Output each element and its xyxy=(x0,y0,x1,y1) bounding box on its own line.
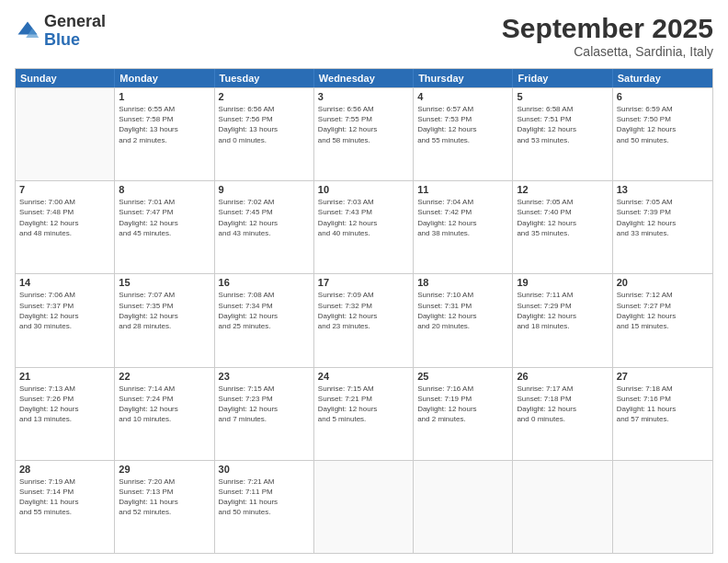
day-info: Sunrise: 6:55 AM Sunset: 7:58 PM Dayligh… xyxy=(119,104,210,145)
calendar-day xyxy=(613,461,712,553)
day-info: Sunrise: 7:04 AM Sunset: 7:42 PM Dayligh… xyxy=(417,197,508,238)
logo-text: General Blue xyxy=(44,13,106,50)
day-number: 11 xyxy=(417,184,508,195)
day-number: 1 xyxy=(119,91,210,102)
calendar-week: 7Sunrise: 7:00 AM Sunset: 7:48 PM Daylig… xyxy=(16,180,712,273)
day-info: Sunrise: 6:56 AM Sunset: 7:55 PM Dayligh… xyxy=(318,104,409,145)
day-info: Sunrise: 7:00 AM Sunset: 7:48 PM Dayligh… xyxy=(19,197,110,238)
day-info: Sunrise: 7:21 AM Sunset: 7:11 PM Dayligh… xyxy=(219,477,310,518)
calendar-week: 21Sunrise: 7:13 AM Sunset: 7:26 PM Dayli… xyxy=(16,367,712,460)
day-number: 2 xyxy=(219,91,310,102)
day-info: Sunrise: 7:08 AM Sunset: 7:34 PM Dayligh… xyxy=(219,290,310,331)
day-number: 10 xyxy=(318,184,409,195)
day-number: 12 xyxy=(517,184,608,195)
calendar-header: SundayMondayTuesdayWednesdayThursdayFrid… xyxy=(16,69,712,87)
day-number: 5 xyxy=(517,91,608,102)
calendar-day: 15Sunrise: 7:07 AM Sunset: 7:35 PM Dayli… xyxy=(115,274,214,366)
day-number: 21 xyxy=(19,371,110,382)
day-number: 4 xyxy=(417,91,508,102)
day-info: Sunrise: 7:20 AM Sunset: 7:13 PM Dayligh… xyxy=(119,477,210,518)
day-info: Sunrise: 7:15 AM Sunset: 7:23 PM Dayligh… xyxy=(219,384,310,425)
calendar-day: 3Sunrise: 6:56 AM Sunset: 7:55 PM Daylig… xyxy=(314,88,414,180)
weekday-header: Tuesday xyxy=(215,69,314,87)
weekday-header: Saturday xyxy=(613,69,712,87)
day-info: Sunrise: 7:14 AM Sunset: 7:24 PM Dayligh… xyxy=(119,384,210,425)
calendar-day: 13Sunrise: 7:05 AM Sunset: 7:39 PM Dayli… xyxy=(613,181,712,273)
day-number: 26 xyxy=(517,371,608,382)
day-number: 9 xyxy=(219,184,310,195)
calendar-day: 25Sunrise: 7:16 AM Sunset: 7:19 PM Dayli… xyxy=(414,368,513,460)
calendar-day xyxy=(513,461,612,553)
day-number: 16 xyxy=(219,277,310,288)
day-info: Sunrise: 7:15 AM Sunset: 7:21 PM Dayligh… xyxy=(318,384,409,425)
day-info: Sunrise: 7:16 AM Sunset: 7:19 PM Dayligh… xyxy=(417,384,508,425)
calendar-day: 23Sunrise: 7:15 AM Sunset: 7:23 PM Dayli… xyxy=(215,368,314,460)
day-info: Sunrise: 7:05 AM Sunset: 7:39 PM Dayligh… xyxy=(617,197,709,238)
day-info: Sunrise: 7:19 AM Sunset: 7:14 PM Dayligh… xyxy=(19,477,110,518)
day-info: Sunrise: 6:58 AM Sunset: 7:51 PM Dayligh… xyxy=(517,104,608,145)
calendar-body: 1Sunrise: 6:55 AM Sunset: 7:58 PM Daylig… xyxy=(16,87,712,553)
logo: General Blue xyxy=(15,13,106,50)
calendar-day: 12Sunrise: 7:05 AM Sunset: 7:40 PM Dayli… xyxy=(513,181,612,273)
day-info: Sunrise: 7:09 AM Sunset: 7:32 PM Dayligh… xyxy=(318,290,409,331)
calendar-day: 4Sunrise: 6:57 AM Sunset: 7:53 PM Daylig… xyxy=(414,88,513,180)
calendar-day: 11Sunrise: 7:04 AM Sunset: 7:42 PM Dayli… xyxy=(414,181,513,273)
calendar-day: 18Sunrise: 7:10 AM Sunset: 7:31 PM Dayli… xyxy=(414,274,513,366)
logo-general: General xyxy=(44,13,106,31)
day-number: 17 xyxy=(318,277,409,288)
day-info: Sunrise: 6:57 AM Sunset: 7:53 PM Dayligh… xyxy=(417,104,508,145)
day-number: 6 xyxy=(617,91,709,102)
day-info: Sunrise: 6:59 AM Sunset: 7:50 PM Dayligh… xyxy=(617,104,709,145)
day-info: Sunrise: 7:05 AM Sunset: 7:40 PM Dayligh… xyxy=(517,197,608,238)
calendar-day: 7Sunrise: 7:00 AM Sunset: 7:48 PM Daylig… xyxy=(16,181,115,273)
logo-blue: Blue xyxy=(44,31,106,50)
day-info: Sunrise: 7:03 AM Sunset: 7:43 PM Dayligh… xyxy=(318,197,409,238)
calendar-day: 8Sunrise: 7:01 AM Sunset: 7:47 PM Daylig… xyxy=(115,181,214,273)
day-number: 14 xyxy=(19,277,110,288)
weekday-header: Thursday xyxy=(414,69,513,87)
calendar-day: 24Sunrise: 7:15 AM Sunset: 7:21 PM Dayli… xyxy=(314,368,414,460)
calendar-day: 10Sunrise: 7:03 AM Sunset: 7:43 PM Dayli… xyxy=(314,181,414,273)
day-number: 19 xyxy=(517,277,608,288)
day-number: 18 xyxy=(417,277,508,288)
calendar-day: 28Sunrise: 7:19 AM Sunset: 7:14 PM Dayli… xyxy=(16,461,115,553)
calendar-week: 1Sunrise: 6:55 AM Sunset: 7:58 PM Daylig… xyxy=(16,87,712,180)
day-number: 30 xyxy=(219,464,310,475)
calendar-day xyxy=(414,461,513,553)
day-info: Sunrise: 7:11 AM Sunset: 7:29 PM Dayligh… xyxy=(517,290,608,331)
day-info: Sunrise: 7:10 AM Sunset: 7:31 PM Dayligh… xyxy=(417,290,508,331)
calendar-day: 9Sunrise: 7:02 AM Sunset: 7:45 PM Daylig… xyxy=(215,181,314,273)
day-info: Sunrise: 7:12 AM Sunset: 7:27 PM Dayligh… xyxy=(617,290,709,331)
day-info: Sunrise: 7:13 AM Sunset: 7:26 PM Dayligh… xyxy=(19,384,110,425)
calendar-week: 28Sunrise: 7:19 AM Sunset: 7:14 PM Dayli… xyxy=(16,460,712,553)
day-number: 7 xyxy=(19,184,110,195)
day-info: Sunrise: 6:56 AM Sunset: 7:56 PM Dayligh… xyxy=(219,104,310,145)
calendar-week: 14Sunrise: 7:06 AM Sunset: 7:37 PM Dayli… xyxy=(16,273,712,366)
day-number: 25 xyxy=(417,371,508,382)
calendar-day: 27Sunrise: 7:18 AM Sunset: 7:16 PM Dayli… xyxy=(613,368,712,460)
calendar-day: 26Sunrise: 7:17 AM Sunset: 7:18 PM Dayli… xyxy=(513,368,612,460)
day-number: 22 xyxy=(119,371,210,382)
day-info: Sunrise: 7:02 AM Sunset: 7:45 PM Dayligh… xyxy=(219,197,310,238)
calendar-day: 1Sunrise: 6:55 AM Sunset: 7:58 PM Daylig… xyxy=(115,88,214,180)
calendar-day: 29Sunrise: 7:20 AM Sunset: 7:13 PM Dayli… xyxy=(115,461,214,553)
weekday-header: Friday xyxy=(513,69,612,87)
calendar-day: 22Sunrise: 7:14 AM Sunset: 7:24 PM Dayli… xyxy=(115,368,214,460)
logo-icon xyxy=(15,18,40,44)
calendar-day: 19Sunrise: 7:11 AM Sunset: 7:29 PM Dayli… xyxy=(513,274,612,366)
calendar-day: 5Sunrise: 6:58 AM Sunset: 7:51 PM Daylig… xyxy=(513,88,612,180)
calendar-day: 14Sunrise: 7:06 AM Sunset: 7:37 PM Dayli… xyxy=(16,274,115,366)
calendar-day: 20Sunrise: 7:12 AM Sunset: 7:27 PM Dayli… xyxy=(613,274,712,366)
day-number: 24 xyxy=(318,371,409,382)
calendar-day: 16Sunrise: 7:08 AM Sunset: 7:34 PM Dayli… xyxy=(215,274,314,366)
page: General Blue September 2025 Calasetta, S… xyxy=(0,0,728,563)
day-number: 8 xyxy=(119,184,210,195)
header: General Blue September 2025 Calasetta, S… xyxy=(15,13,713,59)
day-info: Sunrise: 7:06 AM Sunset: 7:37 PM Dayligh… xyxy=(19,290,110,331)
day-number: 23 xyxy=(219,371,310,382)
day-info: Sunrise: 7:07 AM Sunset: 7:35 PM Dayligh… xyxy=(119,290,210,331)
calendar-day: 2Sunrise: 6:56 AM Sunset: 7:56 PM Daylig… xyxy=(215,88,314,180)
weekday-header: Sunday xyxy=(16,69,115,87)
day-info: Sunrise: 7:01 AM Sunset: 7:47 PM Dayligh… xyxy=(119,197,210,238)
day-number: 13 xyxy=(617,184,709,195)
